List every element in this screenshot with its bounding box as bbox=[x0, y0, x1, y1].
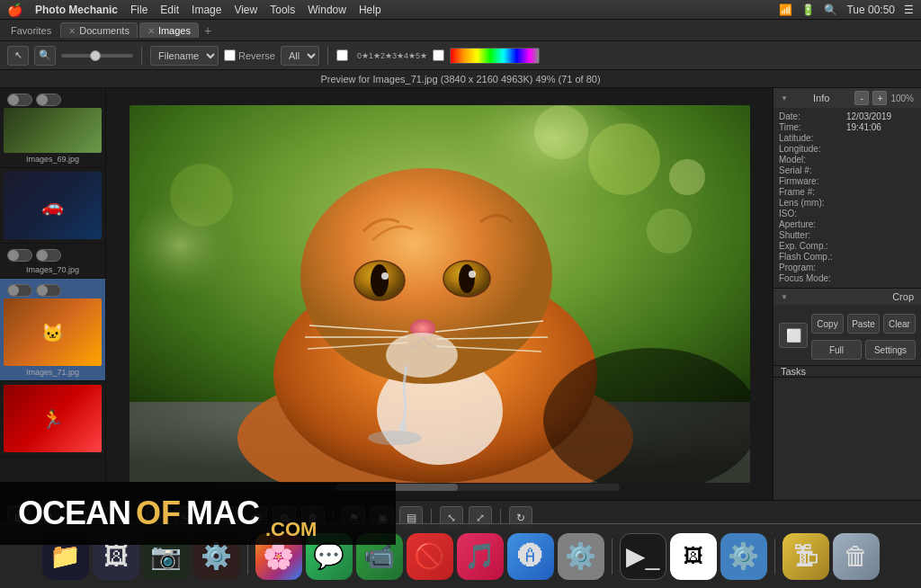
crop-full-button[interactable]: Full bbox=[811, 340, 862, 360]
toggle-right-69[interactable] bbox=[36, 94, 61, 106]
info-section-title: Info bbox=[813, 93, 829, 103]
tab-add-button[interactable]: + bbox=[201, 23, 215, 38]
thumb-item-track[interactable]: 🏃 bbox=[0, 381, 105, 457]
dock-appstore[interactable]: 🅐 bbox=[507, 533, 554, 580]
tab-close-documents[interactable]: ✕ bbox=[68, 26, 76, 36]
svg-point-7 bbox=[669, 159, 705, 195]
dock-zip[interactable]: 🗜 bbox=[782, 533, 829, 580]
view-menu[interactable]: View bbox=[234, 4, 257, 16]
help-menu[interactable]: Help bbox=[359, 4, 381, 16]
main-area: Images_69.jpg 🚗 Images_70.jpg 🐱 Images_7… bbox=[0, 88, 921, 500]
svg-point-3 bbox=[588, 123, 660, 195]
svg-point-14 bbox=[371, 264, 389, 297]
crop-controls: ⬜ Copy Paste Clear Full Settings bbox=[773, 305, 921, 365]
toggle-right-70[interactable] bbox=[36, 249, 61, 262]
toggle-left-69[interactable] bbox=[7, 94, 32, 106]
info-row-focus: Focus Mode: bbox=[779, 273, 916, 283]
tab-label-images: Images bbox=[158, 25, 191, 36]
dock-sysprefs[interactable]: ⚙️ bbox=[720, 533, 767, 580]
search-icon[interactable]: 🔍 bbox=[824, 4, 837, 16]
app-name-menu[interactable]: Photo Mechanic bbox=[35, 4, 118, 16]
preview-area[interactable] bbox=[106, 88, 773, 500]
info-row-firmware: Firmware: bbox=[779, 176, 916, 186]
thumb-item-69[interactable]: Images_69.jpg bbox=[0, 88, 105, 168]
crop-tool-icon[interactable]: ⬜ bbox=[779, 323, 808, 348]
info-section-header[interactable]: ▼ Info - + 100% bbox=[773, 88, 921, 108]
info-row-iso: ISO: bbox=[779, 209, 916, 218]
star-checkbox[interactable] bbox=[336, 49, 348, 61]
color-strip[interactable] bbox=[450, 48, 540, 64]
status-text: Preview for Images_71.jpg (3840 x 2160 4… bbox=[320, 74, 600, 85]
dock-news[interactable]: 🚫 bbox=[407, 533, 453, 580]
thumb-image-cat: 🐱 bbox=[4, 298, 102, 366]
crop-collapse-triangle: ▼ bbox=[781, 293, 788, 301]
info-row-exp: Exp. Comp.: bbox=[779, 241, 916, 251]
svg-point-6 bbox=[170, 164, 233, 227]
menu-clock: Tue 00:50 bbox=[846, 4, 895, 16]
toolbar: ↖ 🔍 Filename Reverse All 0★1★2★3★4★5★ bbox=[0, 41, 921, 70]
toggle-left-70[interactable] bbox=[7, 249, 32, 262]
info-row-time: Time: 19:41:06 bbox=[779, 122, 916, 132]
menu-bar: 🍎 Photo Mechanic File Edit Image View To… bbox=[0, 0, 921, 20]
battery-icon[interactable]: 🔋 bbox=[801, 4, 815, 16]
file-menu[interactable]: File bbox=[130, 4, 148, 16]
thumb-item-cat[interactable]: 🐱 Images_71.jpg bbox=[0, 279, 105, 381]
svg-point-4 bbox=[647, 209, 692, 254]
dock-preview[interactable]: 🖼 bbox=[670, 533, 717, 580]
info-row-model: Model: bbox=[779, 155, 916, 165]
dock-settings[interactable]: ⚙️ bbox=[558, 533, 604, 580]
crop-paste-button[interactable]: Paste bbox=[847, 314, 880, 334]
info-row-flash: Flash Comp.: bbox=[779, 252, 916, 262]
info-row-program: Program: bbox=[779, 263, 916, 272]
tab-close-images[interactable]: ✕ bbox=[148, 26, 155, 36]
cat-svg bbox=[130, 105, 750, 483]
tab-images[interactable]: ✕ Images bbox=[139, 22, 199, 38]
crop-section-header[interactable]: ▼ Crop bbox=[773, 289, 921, 305]
dock-music[interactable]: 🎵 bbox=[457, 533, 504, 580]
zoom-slider[interactable] bbox=[61, 54, 133, 58]
watermark-overlay: OCEAN OF MAC .COM bbox=[0, 482, 396, 545]
toolbar-separator-2 bbox=[327, 47, 328, 65]
tab-label-documents: Documents bbox=[79, 25, 130, 36]
info-percent: 100% bbox=[890, 94, 914, 103]
reverse-checkbox[interactable] bbox=[224, 49, 236, 61]
all-select[interactable]: All bbox=[281, 46, 319, 66]
wifi-icon[interactable]: 📶 bbox=[779, 4, 792, 16]
menu-extra-icon[interactable]: ☰ bbox=[904, 4, 914, 16]
zoom-tool-button[interactable]: 🔍 bbox=[34, 46, 56, 66]
crop-copy-button[interactable]: Copy bbox=[811, 314, 844, 334]
info-row-lens: Lens (mm): bbox=[779, 198, 916, 208]
toggle-right-cat[interactable] bbox=[36, 284, 61, 297]
dock-terminal[interactable]: ▶_ bbox=[620, 533, 666, 580]
toggle-left-cat[interactable] bbox=[7, 284, 32, 297]
info-row-aperture: Aperture: bbox=[779, 219, 916, 229]
crop-clear-button[interactable]: Clear bbox=[883, 314, 916, 334]
info-row-frame: Frame #: bbox=[779, 187, 916, 197]
watermark-of: OF bbox=[136, 494, 181, 532]
thumb-item-70[interactable]: Images_70.jpg bbox=[0, 244, 105, 279]
info-row-date: Date: 12/03/2019 bbox=[779, 111, 916, 121]
thumb-item-car[interactable]: 🚗 bbox=[0, 168, 105, 244]
apple-menu[interactable]: 🍎 bbox=[7, 3, 22, 17]
info-collapse-triangle: ▼ bbox=[781, 94, 788, 102]
color-checkbox[interactable] bbox=[433, 49, 444, 61]
info-plus-button[interactable]: + bbox=[872, 91, 887, 105]
stars-label: 0★1★2★3★4★5★ bbox=[357, 51, 427, 60]
thumb-label-70: Images_70.jpg bbox=[4, 265, 102, 274]
reverse-checkbox-label: Reverse bbox=[224, 49, 275, 61]
info-row-shutter: Shutter: bbox=[779, 230, 916, 240]
info-row-lon: Longitude: bbox=[779, 144, 916, 154]
image-menu[interactable]: Image bbox=[192, 4, 221, 16]
edit-menu[interactable]: Edit bbox=[160, 4, 179, 16]
thumb-label-cat: Images_71.jpg bbox=[4, 368, 102, 377]
thumb-image-69 bbox=[4, 108, 102, 153]
cursor-tool-button[interactable]: ↖ bbox=[7, 46, 29, 66]
crop-settings-button[interactable]: Settings bbox=[865, 340, 916, 360]
info-minus-button[interactable]: - bbox=[854, 91, 869, 105]
tools-menu[interactable]: Tools bbox=[270, 4, 295, 16]
tab-documents[interactable]: ✕ Documents bbox=[60, 22, 138, 38]
window-menu[interactable]: Window bbox=[308, 4, 346, 16]
crop-actions-row: Copy Paste Clear bbox=[811, 314, 916, 334]
dock-trash[interactable]: 🗑 bbox=[833, 533, 880, 580]
filename-sort-select[interactable]: Filename bbox=[150, 46, 219, 66]
